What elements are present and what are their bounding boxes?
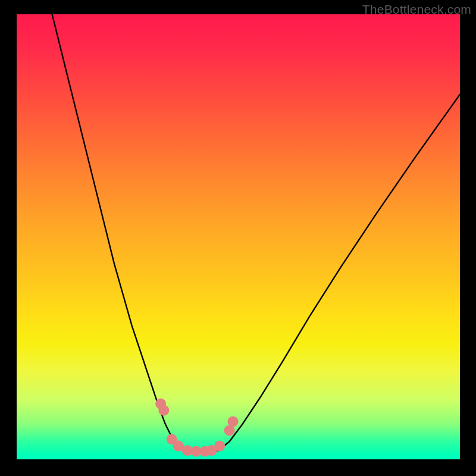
highlight-marker: [158, 405, 169, 416]
curve-path: [52, 14, 460, 452]
highlight-marker: [214, 441, 225, 452]
chart-overlay-svg: [17, 14, 460, 459]
watermark-text: TheBottleneck.com: [362, 2, 471, 17]
plot-area: [17, 14, 460, 459]
bottleneck-curve: [52, 14, 460, 452]
highlight-marker: [228, 416, 239, 427]
chart-container: TheBottleneck.com: [0, 0, 476, 476]
